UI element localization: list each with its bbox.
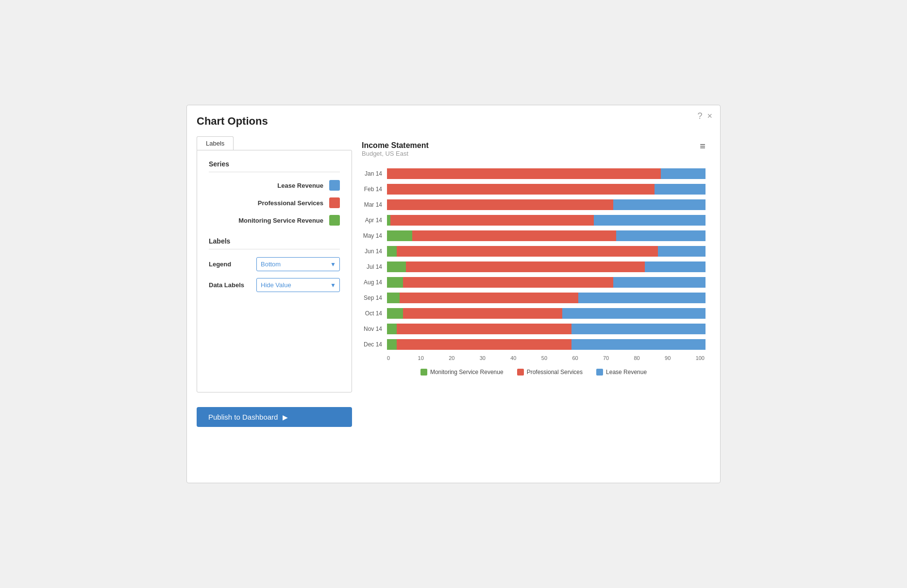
bar-track [387, 277, 705, 288]
bar-track [387, 324, 705, 334]
bar-label: Dec 14 [362, 341, 387, 348]
modal-title: Chart Options [197, 115, 710, 128]
bar-track [387, 215, 705, 226]
x-tick: 20 [449, 355, 480, 361]
x-tick: 0 [387, 355, 418, 361]
legend-row: Legend Bottom Top Left Right None ▼ [209, 257, 340, 271]
bar-segment-professional [403, 308, 562, 319]
publish-btn-label: Publish to Dashboard [208, 413, 278, 421]
bar-label: Feb 14 [362, 186, 387, 193]
data-labels-row: Data Labels Hide Value Show Value ▼ [209, 278, 340, 292]
left-panel: Labels Series Lease Revenue Professional… [197, 136, 352, 427]
tab-labels[interactable]: Labels [197, 136, 234, 150]
bar-segment-professional [412, 230, 616, 241]
bar-label: Mar 14 [362, 201, 387, 208]
publish-to-dashboard-button[interactable]: Publish to Dashboard ▶ [197, 407, 352, 427]
series-section-title: Series [209, 160, 340, 172]
x-tick: 60 [572, 355, 603, 361]
series-row-professional: Professional Services [209, 197, 340, 208]
bar-label: Jul 14 [362, 263, 387, 270]
legend-item-label: Lease Revenue [606, 369, 647, 376]
bar-label: May 14 [362, 232, 387, 239]
legend-item: Monitoring Service Revenue [420, 369, 504, 376]
bar-label: Sep 14 [362, 294, 387, 301]
bar-row: Aug 14 [362, 276, 705, 289]
bar-track [387, 184, 705, 195]
bar-segment-lease [562, 308, 705, 319]
bar-track [387, 308, 705, 319]
chart-subtitle: Budget, US East [362, 150, 429, 157]
bar-row: Jun 14 [362, 245, 705, 258]
bar-row: Nov 14 [362, 322, 705, 336]
bar-track [387, 339, 705, 350]
bar-row: Feb 14 [362, 182, 705, 196]
bar-row: May 14 [362, 229, 705, 243]
legend-select[interactable]: Bottom Top Left Right None [256, 257, 340, 271]
labels-section: Labels Legend Bottom Top Left Right None [209, 237, 340, 292]
bar-row: Jul 14 [362, 260, 705, 274]
bar-segment-professional [403, 277, 613, 288]
bar-segment-lease [655, 184, 705, 195]
labels-section-title: Labels [209, 237, 340, 249]
legend-select-wrapper: Bottom Top Left Right None ▼ [256, 257, 340, 271]
bar-track [387, 293, 705, 303]
bar-segment-lease [594, 215, 705, 226]
bar-track [387, 261, 705, 272]
chart-legend: Monitoring Service RevenueProfessional S… [362, 369, 705, 376]
monitoring-revenue-color[interactable] [329, 215, 340, 226]
chart-menu-icon[interactable]: ≡ [700, 141, 705, 151]
bar-segment-professional [387, 168, 661, 179]
data-labels-label: Data Labels [209, 281, 252, 289]
chart-options-modal: ? × Chart Options Labels Series Lease Re… [186, 105, 721, 483]
series-row-lease: Lease Revenue [209, 180, 340, 191]
bar-row: Sep 14 [362, 291, 705, 305]
chart-title: Income Statement [362, 141, 429, 150]
bar-track [387, 246, 705, 257]
bar-segment-lease [645, 261, 705, 272]
bar-track [387, 199, 705, 210]
legend-color-box [517, 369, 524, 376]
x-tick: 80 [634, 355, 665, 361]
bar-segment-lease [571, 339, 705, 350]
bar-track [387, 168, 705, 179]
bar-label: Oct 14 [362, 310, 387, 317]
bar-segment-lease [661, 168, 705, 179]
x-tick: 100 [696, 355, 705, 361]
bar-segment-lease [578, 293, 705, 303]
bar-segment-monitoring [387, 293, 400, 303]
x-tick: 90 [665, 355, 696, 361]
legend-item-label: Professional Services [527, 369, 583, 376]
professional-services-color[interactable] [329, 197, 340, 208]
bar-segment-lease [616, 230, 705, 241]
legend-item: Professional Services [517, 369, 583, 376]
publish-btn-arrow: ▶ [283, 413, 288, 421]
bar-track [387, 230, 705, 241]
panel-box: Series Lease Revenue Professional Servic… [197, 150, 352, 392]
bar-row: Jan 14 [362, 167, 705, 180]
bar-segment-monitoring [387, 230, 412, 241]
bar-row: Apr 14 [362, 213, 705, 227]
chart-container: Jan 14Feb 14Mar 14Apr 14May 14Jun 14Jul … [362, 167, 705, 353]
bar-segment-monitoring [387, 261, 406, 272]
chart-header: Income Statement Budget, US East ≡ [362, 141, 705, 165]
content-area: Labels Series Lease Revenue Professional… [197, 136, 710, 427]
bar-segment-professional [387, 184, 655, 195]
modal-controls: ? × [697, 111, 712, 121]
tab-bar: Labels [197, 136, 352, 150]
x-axis: 0102030405060708090100 [387, 355, 705, 361]
bar-segment-professional [387, 199, 613, 210]
bar-label: Nov 14 [362, 326, 387, 332]
data-labels-select-wrapper: Hide Value Show Value ▼ [256, 278, 340, 292]
bar-label: Jan 14 [362, 170, 387, 177]
data-labels-select[interactable]: Hide Value Show Value [256, 278, 340, 292]
bar-segment-professional [390, 215, 594, 226]
bar-segment-professional [397, 339, 572, 350]
x-tick: 10 [418, 355, 449, 361]
lease-revenue-color[interactable] [329, 180, 340, 191]
help-icon[interactable]: ? [697, 111, 702, 121]
legend-item: Lease Revenue [596, 369, 647, 376]
bar-row: Oct 14 [362, 307, 705, 320]
bar-segment-professional [397, 324, 572, 334]
close-icon[interactable]: × [707, 111, 712, 121]
legend-color-box [420, 369, 427, 376]
